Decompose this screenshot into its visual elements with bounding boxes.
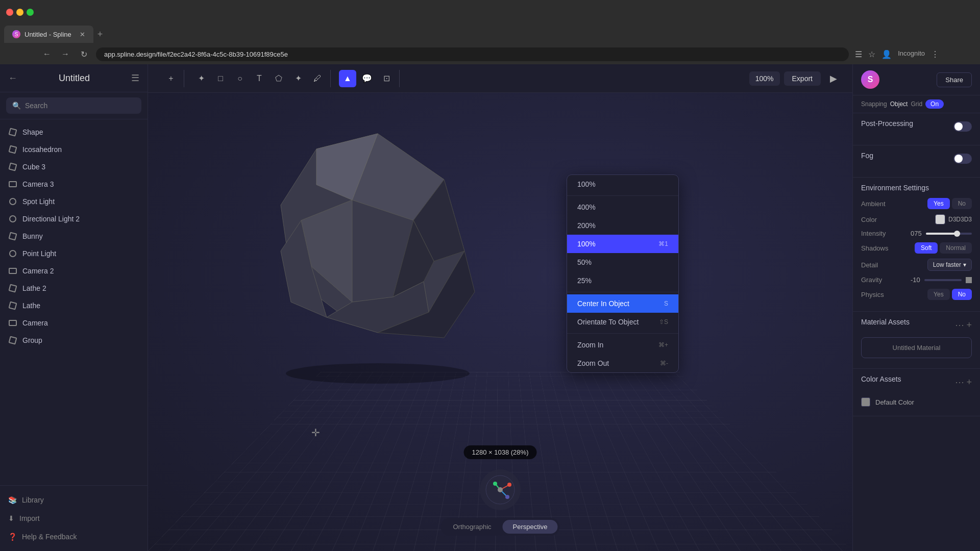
zoom-in-item[interactable]: Zoom In ⌘+ (567, 336, 678, 354)
list-item[interactable]: Camera 2 (0, 262, 148, 280)
minimize-btn[interactable] (16, 9, 23, 16)
fog-row: Fog (861, 152, 972, 166)
list-item[interactable]: Camera (0, 314, 148, 332)
list-item[interactable]: Bunny (0, 228, 148, 245)
orientation-svg (485, 474, 516, 505)
ambient-no-btn[interactable]: No (952, 198, 972, 209)
frame-tool[interactable]: ⊡ (378, 70, 395, 87)
environment-title: Environment Settings (861, 184, 972, 192)
tab-orthographic[interactable]: Orthographic (443, 520, 501, 534)
camera-icon (8, 180, 17, 189)
shadows-buttons: Soft Normal (915, 242, 972, 254)
zoom-50[interactable]: 50% (567, 253, 678, 271)
new-tab-btn[interactable]: + (97, 29, 103, 40)
back-nav-btn[interactable]: ← (41, 48, 53, 60)
detail-dropdown[interactable]: Low faster ▾ (927, 259, 972, 271)
material-more-btn[interactable]: ⋯ (955, 319, 964, 331)
rect-tool[interactable]: □ (212, 70, 229, 87)
cursor-tool[interactable]: ✦ (192, 70, 210, 87)
menu-button[interactable]: ☰ (131, 72, 139, 84)
add-tool-btn[interactable]: + (162, 70, 180, 87)
forward-nav-btn[interactable]: → (59, 48, 71, 60)
circle-tool[interactable]: ○ (231, 70, 249, 87)
material-header-row: Material Assets ⋯ + (861, 318, 972, 332)
gravity-controls: -10 (911, 276, 972, 284)
list-item[interactable]: Directional Light 2 (0, 210, 148, 228)
refresh-btn[interactable]: ↻ (78, 48, 90, 60)
cube-icon (8, 128, 17, 137)
dimension-badge: 1280 × 1038 (28%) (464, 445, 537, 459)
color-swatch[interactable] (935, 214, 945, 224)
list-item[interactable]: Lathe 2 (0, 280, 148, 297)
zoom-display[interactable]: 100% (749, 71, 780, 86)
intensity-bar[interactable] (926, 233, 972, 235)
comment-tool[interactable]: 💬 (358, 70, 376, 87)
ambient-yes-btn[interactable]: Yes (927, 198, 950, 209)
maximize-btn[interactable] (27, 9, 34, 16)
address-input[interactable] (96, 47, 849, 61)
shape-tools: ✦ □ ○ T ⬠ ✦ 🖊 (188, 70, 331, 87)
color-asset-item[interactable]: Default Color (861, 394, 972, 410)
physics-yes-btn[interactable]: Yes (927, 289, 950, 300)
zoom-separator (567, 195, 678, 196)
post-processing-toggle[interactable] (953, 121, 972, 132)
gravity-handle[interactable] (966, 277, 972, 283)
zoom-200[interactable]: 200% (567, 216, 678, 235)
detail-value: Low faster (933, 261, 961, 268)
pen-tool[interactable]: 🖊 (309, 70, 326, 87)
normal-btn[interactable]: Normal (940, 242, 972, 254)
svg-point-10 (286, 363, 470, 384)
list-item[interactable]: Lathe (0, 297, 148, 314)
physics-buttons: Yes No (927, 289, 972, 300)
back-button[interactable]: ← (8, 73, 17, 84)
help-button[interactable]: ❓ Help & Feedback (8, 529, 139, 545)
gravity-bar[interactable] (924, 279, 962, 281)
tab-perspective[interactable]: Perspective (503, 520, 558, 534)
pentagon-tool[interactable]: ⬠ (270, 70, 287, 87)
physics-no-btn[interactable]: No (952, 289, 972, 300)
canvas-area[interactable]: ✛ 1280 × 1038 (28%) Orth (148, 93, 852, 551)
bookmark-icon[interactable]: ☆ (868, 49, 875, 59)
orientation-widget[interactable] (480, 469, 521, 510)
zoom-100-top[interactable]: 100% (567, 175, 678, 193)
color-more-btn[interactable]: ⋯ (955, 377, 964, 388)
color-row: Color D3D3D3 (861, 214, 972, 224)
list-item[interactable]: Camera 3 (0, 176, 148, 193)
close-btn[interactable] (6, 9, 13, 16)
orientate-item[interactable]: Orientate To Object ⇧S (567, 313, 678, 331)
list-item[interactable]: Cube 3 (0, 158, 148, 176)
list-item[interactable]: Group (0, 332, 148, 349)
intensity-handle[interactable] (954, 231, 960, 237)
library-button[interactable]: 📚 Library (8, 492, 139, 508)
zoom-out-item[interactable]: Zoom Out ⌘- (567, 354, 678, 372)
zoom-25[interactable]: 25% (567, 271, 678, 290)
export-button[interactable]: Export (784, 71, 821, 86)
color-add-btn[interactable]: + (966, 377, 972, 388)
import-button[interactable]: ⬇ Import (8, 510, 139, 527)
list-item[interactable]: Icosahedron (0, 141, 148, 158)
play-button[interactable]: ▶ (825, 70, 842, 87)
star-tool[interactable]: ✦ (289, 70, 307, 87)
add-tool-group: + (158, 70, 184, 87)
snapping-row: Snapping Object Grid On (853, 95, 980, 113)
material-item[interactable]: Untitled Material (861, 337, 972, 358)
color-assets-title: Color Assets (861, 375, 901, 383)
share-button[interactable]: Share (937, 72, 972, 87)
snap-on-badge[interactable]: On (925, 99, 944, 109)
browser-tab[interactable]: S Untitled - Spline ✕ (4, 26, 93, 43)
tab-close-icon[interactable]: ✕ (80, 31, 85, 38)
list-item[interactable]: Spot Light (0, 193, 148, 210)
zoom-100-active[interactable]: 100% ⌘1 (567, 235, 678, 253)
select-tool[interactable]: ▲ (339, 70, 356, 87)
soft-btn[interactable]: Soft (915, 242, 938, 254)
center-in-object-item[interactable]: Center In Object S (567, 294, 678, 313)
search-box[interactable]: 🔍 Search (6, 97, 141, 114)
list-item[interactable]: Shape (0, 123, 148, 141)
zoom-400[interactable]: 400% (567, 198, 678, 216)
material-add-btn[interactable]: + (966, 319, 972, 331)
material-item-label: Untitled Material (893, 344, 941, 352)
menu-icon[interactable]: ⋮ (931, 49, 939, 59)
text-tool[interactable]: T (251, 70, 268, 87)
fog-toggle[interactable] (953, 154, 972, 164)
list-item[interactable]: Point Light (0, 245, 148, 262)
